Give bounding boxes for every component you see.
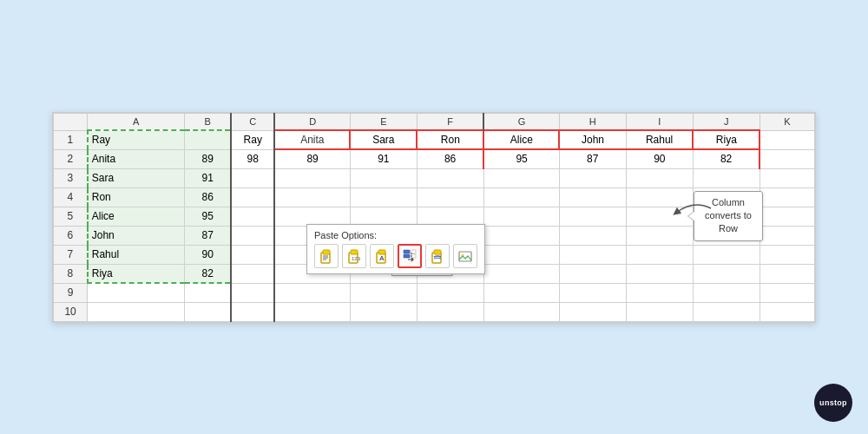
cell-a9[interactable] [88,283,185,302]
cell-i5[interactable] [626,207,693,226]
cell-i9[interactable] [626,283,693,302]
col-header-f[interactable]: F [417,113,483,130]
col-header-c[interactable]: C [231,113,274,130]
cell-a2[interactable]: Anita [88,149,185,168]
cell-e4[interactable] [350,187,417,207]
cell-k10[interactable] [760,302,814,321]
cell-f3[interactable] [417,168,483,187]
paste-icon-picture[interactable] [453,244,477,268]
col-header-k[interactable]: K [760,113,814,130]
cell-h1[interactable]: John [559,130,626,149]
cell-g1[interactable]: Alice [483,130,559,149]
cell-c4[interactable] [231,187,274,207]
cell-g10[interactable] [483,302,559,321]
cell-a5[interactable]: Alice [88,207,185,226]
cell-b4[interactable]: 86 [185,187,231,207]
cell-i8[interactable] [626,264,693,283]
cell-c1[interactable]: Ray [231,130,274,149]
cell-h8[interactable] [559,264,626,283]
col-header-h[interactable]: H [559,113,626,130]
cell-b7[interactable]: 90 [185,245,231,264]
cell-e2[interactable]: 91 [350,149,417,168]
cell-a4[interactable]: Ron [88,187,185,207]
cell-i4[interactable] [626,187,693,207]
col-header-i[interactable]: I [626,113,693,130]
cell-j7[interactable] [693,245,760,264]
paste-icon-values[interactable]: 123 [342,244,366,268]
cell-g5[interactable] [483,207,559,226]
cell-a1[interactable]: Ray [88,130,185,149]
cell-e1[interactable]: Sara [350,130,417,149]
cell-h6[interactable] [559,226,626,245]
cell-k3[interactable] [760,168,814,187]
cell-d4[interactable] [274,187,350,207]
cell-b1[interactable] [185,130,231,149]
cell-f2[interactable]: 86 [417,149,483,168]
cell-a3[interactable]: Sara [88,168,185,187]
cell-d2[interactable]: 89 [274,149,350,168]
cell-j2[interactable]: 82 [693,149,760,168]
cell-f1[interactable]: Ron [417,130,483,149]
cell-j9[interactable] [693,283,760,302]
cell-j3[interactable] [693,168,760,187]
cell-h9[interactable] [559,283,626,302]
cell-d9[interactable] [274,283,350,302]
cell-f10[interactable] [417,302,483,321]
cell-h5[interactable] [559,207,626,226]
cell-c8[interactable] [231,264,274,283]
cell-h3[interactable] [559,168,626,187]
cell-a8[interactable]: Riya [88,264,185,283]
cell-b2[interactable]: 89 [185,149,231,168]
paste-icon-1[interactable] [314,244,339,268]
cell-c9[interactable] [231,283,274,302]
col-header-e[interactable]: E [350,113,417,130]
cell-c5[interactable] [231,207,274,226]
cell-k8[interactable] [760,264,814,283]
paste-icon-format[interactable]: A [370,244,394,268]
cell-j1[interactable]: Riya [693,130,760,149]
col-header-g[interactable]: G [483,113,559,130]
cell-b5[interactable]: 95 [185,207,231,226]
paste-icon-transpose[interactable] [398,244,422,268]
cell-g2[interactable]: 95 [483,149,559,168]
col-header-j[interactable]: J [693,113,760,130]
cell-c10[interactable] [231,302,274,321]
cell-h4[interactable] [559,187,626,207]
cell-g4[interactable] [483,187,559,207]
cell-i2[interactable]: 90 [626,149,693,168]
cell-f9[interactable] [417,283,483,302]
cell-k6[interactable] [760,226,814,245]
cell-a6[interactable]: John [88,226,185,245]
cell-g8[interactable] [483,264,559,283]
cell-j10[interactable] [693,302,760,321]
cell-i1[interactable]: Rahul [626,130,693,149]
cell-i7[interactable] [626,245,693,264]
col-header-a[interactable]: A [88,113,185,130]
cell-k2[interactable] [760,149,814,168]
cell-j8[interactable] [693,264,760,283]
cell-k7[interactable] [760,245,814,264]
cell-e10[interactable] [350,302,417,321]
cell-d1[interactable]: Anita [274,130,350,149]
cell-i6[interactable] [626,226,693,245]
cell-g9[interactable] [483,283,559,302]
cell-c7[interactable] [231,245,274,264]
cell-b10[interactable] [185,302,231,321]
cell-i10[interactable] [626,302,693,321]
cell-c2[interactable]: 98 [231,149,274,168]
cell-d10[interactable] [274,302,350,321]
cell-k4[interactable] [760,187,814,207]
cell-h2[interactable]: 87 [559,149,626,168]
cell-k9[interactable] [760,283,814,302]
cell-b6[interactable]: 87 [185,226,231,245]
cell-h7[interactable] [559,245,626,264]
cell-g6[interactable] [483,226,559,245]
cell-k5[interactable] [760,207,814,226]
paste-icon-link[interactable] [425,244,450,268]
cell-i3[interactable] [626,168,693,187]
cell-c6[interactable] [231,226,274,245]
cell-c3[interactable] [231,168,274,187]
cell-b3[interactable]: 91 [185,168,231,187]
cell-b8[interactable]: 82 [185,264,231,283]
cell-h10[interactable] [559,302,626,321]
